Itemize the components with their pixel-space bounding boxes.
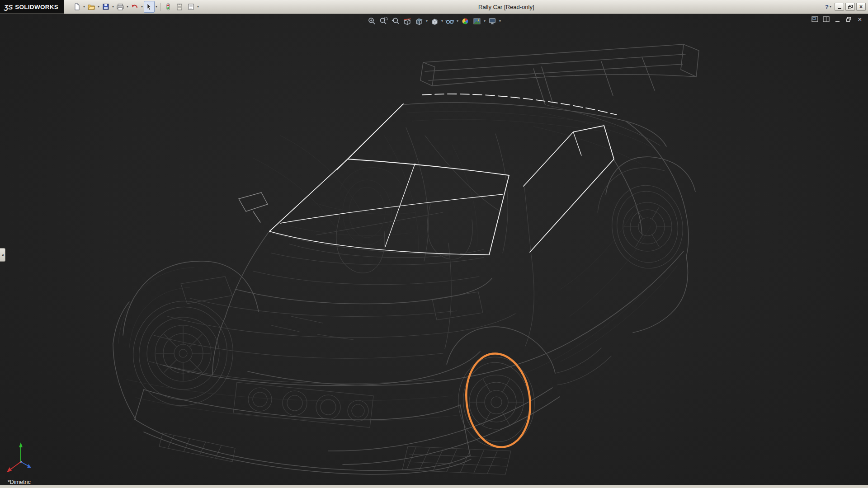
rear-right-wheel	[607, 181, 688, 273]
edit-appearance-button[interactable]	[460, 16, 470, 26]
apply-scene-caret[interactable]: ▾	[484, 19, 486, 23]
previous-view-icon	[391, 17, 400, 26]
feature-manager-collapse-tab[interactable]: ◂	[0, 248, 5, 262]
new-document-caret[interactable]: ▾	[83, 5, 85, 9]
wireframe-car	[7, 44, 699, 474]
new-document-icon	[73, 3, 81, 11]
view-settings-caret[interactable]: ▾	[499, 19, 501, 23]
zoom-to-area-icon	[379, 17, 388, 26]
standard-toolbar: ▾ ▾ ▾ ▾ ▾ ▾ ▾	[71, 0, 199, 14]
rebuild-stoplight-icon	[164, 3, 172, 11]
document-restore-button[interactable]	[845, 16, 852, 23]
previous-view-button[interactable]	[391, 16, 401, 26]
section-view-icon	[403, 17, 412, 26]
section-view-button[interactable]	[402, 16, 412, 26]
print-caret[interactable]: ▾	[126, 5, 129, 9]
zoom-to-fit-icon	[368, 17, 377, 26]
select-tool-button[interactable]	[144, 1, 155, 13]
body-panel-lines	[149, 105, 665, 474]
toolbar-separator	[160, 3, 160, 11]
status-bar	[0, 485, 868, 488]
split-view-button[interactable]	[822, 16, 830, 23]
zoom-to-area-button[interactable]	[379, 16, 389, 26]
help-icon: ?	[825, 4, 829, 10]
brand-name: SOLIDWORKS	[15, 4, 58, 10]
minimize-button[interactable]	[835, 3, 844, 11]
options-button[interactable]	[185, 1, 196, 13]
document-close-button[interactable]: ×	[856, 16, 863, 23]
graphics-viewport[interactable]: ▾ ▾ ▾ ▾ ▾ × ◂	[0, 14, 868, 485]
split-view-icon	[823, 16, 830, 22]
clipboard-icon	[175, 3, 184, 11]
undo-arrow-icon	[131, 3, 139, 11]
view-orientation-button[interactable]	[414, 16, 424, 26]
fullscreen-toggle-button[interactable]	[811, 16, 818, 23]
document-window-controls: ×	[811, 16, 863, 23]
help-button[interactable]: ? ▾	[824, 2, 833, 12]
collapse-arrow-icon: ◂	[1, 253, 4, 257]
wireframe-car-canvas[interactable]	[0, 14, 868, 485]
options-caret[interactable]: ▾	[197, 5, 199, 9]
open-folder-icon	[87, 3, 95, 11]
appearance-ball-icon	[461, 17, 470, 26]
heads-up-view-toolbar: ▾ ▾ ▾ ▾ ▾	[367, 16, 501, 26]
options-sheet-icon	[187, 3, 195, 11]
title-bar: ƷS SOLIDWORKS ▾ ▾ ▾ ▾ ▾ ▾	[0, 0, 868, 14]
triad-z-axis	[21, 462, 28, 466]
close-button[interactable]: ×	[856, 3, 866, 11]
undo-button[interactable]	[129, 1, 140, 13]
view-orientation-caret[interactable]: ▾	[426, 19, 428, 23]
display-style-button[interactable]	[429, 16, 439, 26]
rebuild-button[interactable]	[163, 1, 174, 13]
open-document-button[interactable]	[86, 1, 97, 13]
view-settings-button[interactable]	[487, 16, 497, 26]
view-orientation-label: *Dimetric	[8, 479, 31, 485]
view-orientation-cube-icon	[415, 17, 424, 26]
monitor-icon	[488, 17, 497, 26]
document-restore-icon	[846, 17, 851, 22]
new-document-button[interactable]	[71, 1, 82, 13]
display-style-cube-icon	[430, 17, 439, 26]
select-tool-caret[interactable]: ▾	[155, 5, 158, 9]
restore-icon	[848, 5, 853, 9]
save-caret[interactable]: ▾	[112, 5, 114, 9]
select-cursor-icon	[145, 3, 153, 11]
zoom-to-fit-button[interactable]	[367, 16, 377, 26]
highlighted-edges	[269, 94, 617, 255]
solidworks-logo: ƷS SOLIDWORKS	[0, 0, 64, 14]
minimize-icon	[838, 8, 841, 9]
hide-show-items-button[interactable]	[445, 16, 455, 26]
hide-show-items-caret[interactable]: ▾	[457, 19, 458, 23]
scene-photo-icon	[472, 17, 481, 26]
triad-x-axis	[10, 462, 21, 469]
reference-triad	[7, 442, 31, 472]
edit-color-button[interactable]	[174, 1, 185, 13]
side-mirror	[239, 192, 268, 222]
titlebar-controls: ? ▾ ×	[824, 0, 866, 14]
undo-caret[interactable]: ▾	[141, 5, 143, 9]
save-floppy-icon	[102, 3, 110, 11]
open-document-caret[interactable]: ▾	[97, 5, 100, 9]
print-button[interactable]	[115, 1, 126, 13]
apply-scene-button[interactable]	[472, 16, 482, 26]
document-close-icon: ×	[858, 16, 862, 23]
save-button[interactable]	[100, 1, 111, 13]
close-icon: ×	[859, 4, 863, 9]
fullscreen-icon	[811, 16, 818, 22]
restore-button[interactable]	[845, 3, 855, 11]
eyeglasses-icon	[445, 17, 454, 26]
front-left-wheel	[122, 291, 244, 416]
help-caret[interactable]: ▾	[829, 5, 832, 9]
document-minimize-button[interactable]	[834, 16, 841, 23]
document-title: Rally Car [Read-only]	[478, 4, 534, 10]
dassault-logo-icon: ƷS	[4, 3, 13, 11]
printer-icon	[116, 3, 124, 11]
display-style-caret[interactable]: ▾	[441, 19, 443, 23]
document-minimize-icon	[835, 21, 840, 22]
